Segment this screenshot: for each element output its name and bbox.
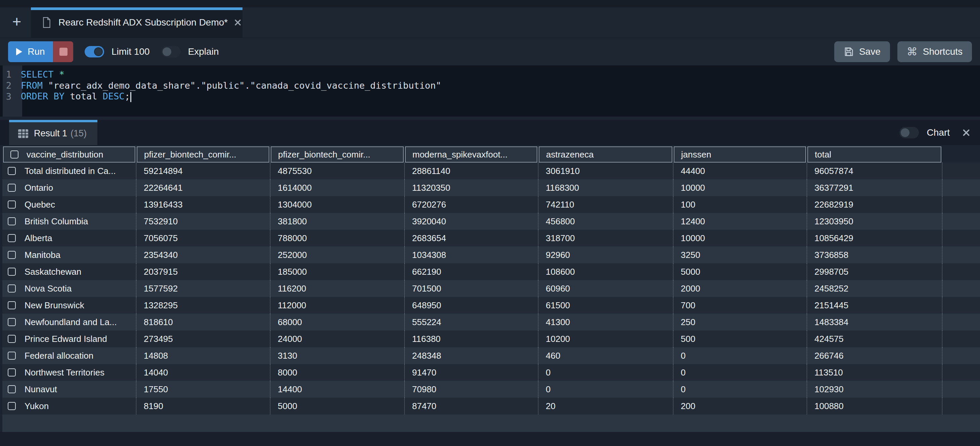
select-all-checkbox[interactable] — [10, 150, 19, 159]
shortcuts-button[interactable]: ⌘ Shortcuts — [897, 41, 972, 62]
chart-toggle-knob — [901, 128, 910, 137]
header-filler — [942, 147, 980, 162]
limit-toggle[interactable] — [84, 46, 104, 57]
cell-value: 555224 — [412, 317, 441, 327]
cell-value: 87470 — [412, 401, 436, 411]
row-checkbox[interactable] — [8, 285, 16, 293]
row-checkbox[interactable] — [8, 301, 16, 309]
cell: Saskatchewan — [2, 263, 136, 280]
cell-value: 100880 — [815, 401, 844, 411]
column-header[interactable]: pfizer_biontech_comir... — [271, 147, 404, 162]
cell-value: 6720276 — [412, 199, 446, 210]
column-header[interactable]: moderna_spikevaxfoot... — [405, 147, 537, 162]
row-checkbox[interactable] — [8, 268, 16, 276]
results-close-icon[interactable] — [962, 128, 970, 137]
row-checkbox[interactable] — [8, 217, 16, 225]
cell-value: 2037915 — [144, 267, 178, 277]
line-number: 2 — [0, 80, 17, 91]
cell: 91470 — [404, 364, 538, 381]
cell-value: 381800 — [278, 216, 307, 227]
cell-value: 4875530 — [278, 166, 312, 176]
cell-value: 10856429 — [815, 233, 853, 244]
row-filler — [942, 213, 980, 230]
new-tab-button[interactable]: + — [10, 13, 24, 30]
column-header[interactable]: janssen — [674, 147, 806, 162]
cell: Nunavut — [2, 381, 136, 398]
cell-value: 10000 — [681, 233, 705, 244]
run-button[interactable]: Run — [8, 41, 53, 62]
cell: 116380 — [404, 330, 538, 347]
sql-editor[interactable]: 1SELECT *2FROM "rearc_adx_demo_data_shar… — [0, 65, 980, 116]
cell-value: Prince Edward Island — [24, 334, 107, 344]
explain-toggle[interactable] — [161, 46, 181, 57]
cell-value: 8000 — [278, 367, 297, 378]
cell: 0 — [673, 347, 807, 364]
cell: 3130 — [270, 347, 404, 364]
cell: 10000 — [673, 230, 807, 247]
cell-value: 8190 — [144, 401, 163, 411]
result-tab[interactable]: Result 1 (15) — [9, 120, 97, 145]
cell-value: 318700 — [546, 233, 575, 244]
cell-value: 1034308 — [412, 250, 446, 260]
editor-tab[interactable]: Rearc Redshift ADX Subscription Demo* — [31, 7, 242, 38]
cell: 22682919 — [807, 196, 942, 213]
cell: 0 — [538, 381, 673, 398]
row-checkbox[interactable] — [8, 201, 16, 209]
cell-value: 10200 — [546, 334, 570, 344]
cell-value: 116380 — [412, 334, 441, 344]
cell-value: 24000 — [278, 334, 302, 344]
code-token: SELECT — [21, 69, 54, 80]
column-header[interactable]: vaccine_distribution — [3, 147, 135, 162]
cell: 318700 — [538, 230, 673, 247]
save-icon — [844, 47, 854, 57]
chart-label: Chart — [927, 127, 950, 138]
cell: 14040 — [136, 364, 270, 381]
row-checkbox[interactable] — [8, 402, 16, 410]
tab-close-icon[interactable] — [234, 19, 242, 27]
cell: 13916433 — [136, 196, 270, 213]
cell-value: 700 — [681, 300, 695, 311]
row-checkbox[interactable] — [8, 335, 16, 343]
row-checkbox[interactable] — [8, 167, 16, 175]
cell: 273495 — [136, 330, 270, 347]
cell: 61500 — [538, 297, 673, 314]
cell-value: 2458252 — [815, 284, 848, 294]
column-header[interactable]: total — [807, 147, 941, 162]
table-row: Saskatchewan2037915185000662190108600500… — [2, 263, 980, 280]
code-text: FROM "rearc_adx_demo_data_share"."public… — [21, 80, 441, 91]
chart-toggle[interactable] — [899, 127, 919, 139]
result-tab-indicator — [9, 120, 97, 122]
row-checkbox[interactable] — [8, 251, 16, 259]
row-checkbox[interactable] — [8, 385, 16, 393]
cell-value: 3061910 — [546, 166, 580, 176]
row-checkbox[interactable] — [8, 234, 16, 242]
row-checkbox[interactable] — [8, 352, 16, 360]
save-button-label: Save — [859, 46, 881, 57]
stop-button[interactable] — [53, 41, 73, 62]
toolbar: Run Limit 100 Explain Save ⌘ Shortcuts — [0, 38, 980, 65]
row-checkbox[interactable] — [8, 318, 16, 326]
cell-value: 818610 — [144, 317, 173, 327]
table-row: Quebec1391643313040006720276742110100226… — [2, 196, 980, 213]
cell-value: 1328295 — [144, 300, 178, 311]
save-button[interactable]: Save — [834, 41, 890, 62]
code-line: 1SELECT * — [0, 69, 980, 80]
column-header[interactable]: astrazeneca — [539, 147, 672, 162]
cell-value: Yukon — [24, 401, 49, 411]
row-filler — [942, 314, 980, 330]
row-checkbox[interactable] — [8, 184, 16, 192]
cell: Total distributed in Ca... — [2, 162, 136, 179]
cell-value: 59214894 — [144, 166, 183, 176]
cell-value: 112000 — [278, 300, 306, 311]
cell-value: Newfoundland and La... — [24, 317, 117, 327]
column-header-label: vaccine_distribution — [27, 150, 103, 160]
column-header[interactable]: pfizer_biontech_comir... — [137, 147, 269, 162]
row-checkbox[interactable] — [8, 368, 16, 376]
column-header-label: astrazeneca — [546, 150, 594, 160]
panel-divider[interactable] — [0, 116, 980, 120]
cell: 1614000 — [270, 179, 404, 196]
cell-value: 100 — [681, 199, 695, 210]
tab-title: Rearc Redshift ADX Subscription Demo* — [59, 17, 228, 28]
cell: 0 — [538, 364, 673, 381]
cell: 460 — [538, 347, 673, 364]
